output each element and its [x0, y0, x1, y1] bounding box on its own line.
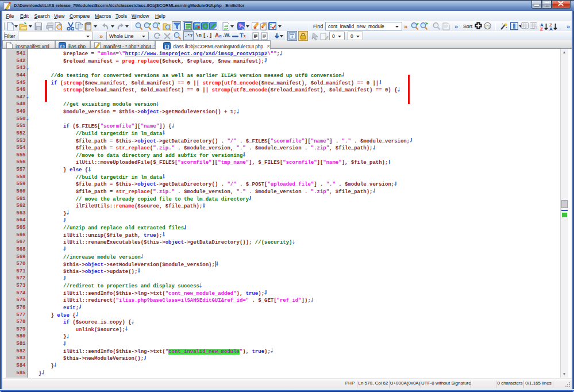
svg-text:{}: {} — [164, 43, 170, 48]
svg-text:{}: {} — [60, 43, 66, 48]
svg-text:(h): (h) — [486, 24, 490, 29]
svg-text:Z: Z — [540, 26, 543, 31]
svg-text:A: A — [549, 26, 553, 31]
